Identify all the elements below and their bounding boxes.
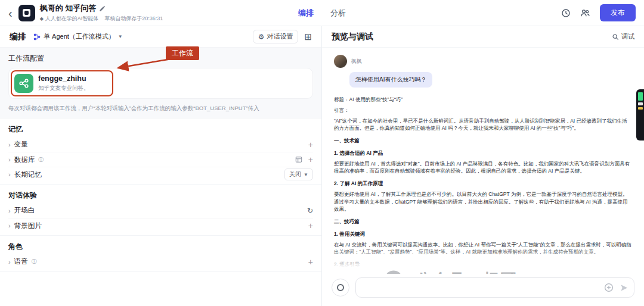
user-name: 枫枫 xyxy=(351,58,362,65)
ai-paragraph: 想要更好地使用 AI，首先得选对“对象”。目前市场上的 AI 产品琳琅满目，各有… xyxy=(334,160,632,176)
message-input-bar xyxy=(322,274,644,306)
database-table-icon[interactable] xyxy=(295,156,302,163)
chevron-down-icon: ▼ xyxy=(304,172,308,177)
workflow-note: 每次对话都会调用该工作流，用户“本轮对话输入”会作为工作流的输入参数“BOT_U… xyxy=(8,104,313,112)
workflow-config-section: 工作流配置 fengge_zhihu 知乎文案专业问答。 每次对话都会调用该工作… xyxy=(0,48,321,118)
user-message-header: 枫枫 xyxy=(334,55,632,68)
collaboration-icon[interactable] xyxy=(580,8,590,18)
app-window: ‹ 枫哥的 知乎问答 ◆ 人人都在学的AI智能体 草稿自动保存于20:36:31… xyxy=(0,0,644,306)
title-block: 枫哥的 知乎问答 ◆ 人人都在学的AI智能体 草稿自动保存于20:36:31 xyxy=(40,3,163,23)
ai-paragraph: 标题：AI 使用的那些“技”与“巧” xyxy=(334,96,632,104)
ai-paragraph: 1. 善用关键词 xyxy=(334,230,632,238)
workflow-section-title: 工作流配置 xyxy=(8,54,313,64)
gear-icon: ⚙ xyxy=(258,33,265,40)
send-icon[interactable] xyxy=(620,283,628,292)
info-icon[interactable]: ⓘ xyxy=(38,156,44,164)
workflow-card[interactable]: fengge_zhihu 知乎文案专业问答。 xyxy=(11,70,113,96)
clear-context-icon xyxy=(337,284,344,291)
section-role: 角色 › 语音 ⓘ + xyxy=(0,236,321,272)
ai-paragraph: 一、技术篇 xyxy=(334,137,632,145)
panel-title-orchestrate: 编排 xyxy=(10,32,26,42)
floating-mini-window[interactable] xyxy=(636,89,644,140)
agent-mode-selector[interactable]: 单 Agent（工作流模式） ▼ xyxy=(33,32,123,41)
row-variables[interactable]: › 变量 + xyxy=(8,137,313,152)
ai-paragraph: 在与 AI 交流时，善用关键词可以提高沟通效率。比如，你想让 AI 帮你写一篇关… xyxy=(334,241,632,257)
add-attachment-icon[interactable] xyxy=(604,283,614,292)
workflow-name: fengge_zhihu xyxy=(38,74,89,83)
mini-window-thumb-white xyxy=(638,102,643,105)
section-memory-title: 记忆 xyxy=(8,121,313,137)
layout-grid-icon[interactable]: ⊞ xyxy=(304,32,312,41)
chevron-right-icon: › xyxy=(8,156,11,163)
user-avatar xyxy=(334,55,347,68)
row-background-image-label: 背景图片 xyxy=(14,221,42,230)
long-term-memory-select[interactable]: 关闭 ▼ xyxy=(284,168,313,180)
preview-panel-header: 预览与调试 调试 xyxy=(322,26,644,48)
row-opening-label: 开场白 xyxy=(14,206,35,215)
chevron-right-icon: › xyxy=(8,258,11,266)
row-database[interactable]: › 数据库 ⓘ + xyxy=(8,152,313,167)
main-area: 编排 单 Agent（工作流模式） ▼ ⚙ 对话设置 ⊞ 工作流配置 xyxy=(0,26,644,306)
chevron-down-icon: ▼ xyxy=(118,34,123,39)
long-term-memory-value: 关闭 xyxy=(289,170,301,179)
tab-analyze[interactable]: 分析 xyxy=(330,8,346,18)
ai-paragraph: 二、技巧篇 xyxy=(334,218,632,226)
version-history-icon[interactable] xyxy=(561,8,571,18)
dialog-settings-button[interactable]: ⚙ 对话设置 xyxy=(253,30,299,43)
auto-generate-icon[interactable]: ↻ xyxy=(307,207,313,214)
message-input[interactable] xyxy=(355,277,634,298)
chevron-right-icon: › xyxy=(8,141,11,148)
ai-paragraph: 引言： xyxy=(334,107,632,114)
agent-mode-label: 单 Agent（工作流模式） xyxy=(44,32,115,41)
add-variable-button[interactable]: + xyxy=(308,140,313,149)
section-dialog-experience: 对话体验 › 开场白 ↻ › 背景图片 + xyxy=(0,185,321,236)
ai-paragraph: “AI”这个词，在如今的社会里，早已不是什么新鲜词汇。从语音助手到自动驾驶，从人… xyxy=(334,117,632,133)
top-bar: ‹ 枫哥的 知乎问答 ◆ 人人都在学的AI智能体 草稿自动保存于20:36:31… xyxy=(0,0,644,26)
info-icon[interactable]: ⓘ xyxy=(32,258,37,266)
section-dialog-experience-title: 对话体验 xyxy=(8,187,313,203)
back-icon[interactable]: ‹ xyxy=(8,7,13,19)
mini-window-thumb-green xyxy=(638,92,643,101)
workflow-desc: 知乎文案专业问答。 xyxy=(38,85,89,92)
chevron-right-icon: › xyxy=(8,222,11,229)
orchestration-panel-header: 编排 单 Agent（工作流模式） ▼ ⚙ 对话设置 ⊞ xyxy=(0,26,321,48)
workflow-row: fengge_zhihu 知乎文案专业问答。 xyxy=(8,68,313,99)
add-background-button[interactable]: + xyxy=(308,221,313,230)
clear-context-button[interactable] xyxy=(332,279,349,296)
badge: ◆ 人人都在学的AI智能体 xyxy=(40,15,99,23)
section-role-title: 角色 xyxy=(8,238,313,254)
user-message-bubble: 怎样使用AI有什么技巧吗？ xyxy=(349,72,432,88)
autosave-status: 草稿自动保存于20:36:31 xyxy=(104,15,163,23)
orchestration-panel: 编排 单 Agent（工作流模式） ▼ ⚙ 对话设置 ⊞ 工作流配置 xyxy=(0,26,322,306)
row-voice-label: 语音 xyxy=(14,257,28,266)
mini-window-thumb-yellow xyxy=(638,107,643,110)
bot-badge-icon: ◆ xyxy=(40,16,44,21)
ai-paragraph: 要想更好地使用 AI，了解其工作原理也是必不可少的。以目前大火的 ChatGPT… xyxy=(334,191,632,213)
app-logo-glyph xyxy=(23,9,30,17)
ai-paragraph: 1. 选择合适的 AI 产品 xyxy=(334,149,632,157)
edit-title-icon[interactable] xyxy=(99,5,106,12)
add-database-button[interactable]: + xyxy=(308,155,313,164)
chevron-right-icon: › xyxy=(8,171,11,178)
row-opening[interactable]: › 开场白 ↻ xyxy=(8,203,313,218)
row-long-term-memory[interactable]: › 长期记忆 关闭 ▼ xyxy=(8,167,313,182)
ai-response: 标题：AI 使用的那些“技”与“巧” 引言： “AI”这个词，在如今的社会里，早… xyxy=(334,96,632,274)
header-actions: 发布 xyxy=(561,4,636,21)
badge-label: 人人都在学的AI智能体 xyxy=(45,15,99,23)
debug-button[interactable]: 调试 xyxy=(621,32,634,41)
dialog-settings-label: 对话设置 xyxy=(267,32,293,41)
row-voice[interactable]: › 语音 ⓘ + xyxy=(8,254,313,269)
row-long-term-memory-label: 长期记忆 xyxy=(14,170,42,179)
chat-area: 枫枫 怎样使用AI有什么技巧吗？ 标题：AI 使用的那些“技”与“巧” 引言： … xyxy=(322,48,644,274)
tab-orchestrate[interactable]: 编排 xyxy=(298,8,314,18)
app-logo xyxy=(18,5,35,21)
ai-paragraph: 2. 逐步引导 xyxy=(334,261,632,268)
row-background-image[interactable]: › 背景图片 + xyxy=(8,218,313,233)
debug-icon xyxy=(612,33,619,40)
preview-panel: 预览与调试 调试 枫枫 怎样使用AI有什么技巧吗？ 标题：AI 使用的那些“技”… xyxy=(322,26,644,306)
annotation-workflow-label: 工作流 xyxy=(166,46,199,60)
publish-button[interactable]: 发布 xyxy=(600,4,636,21)
add-voice-button[interactable]: + xyxy=(308,258,313,266)
ai-paragraph: 2. 了解 AI 的工作原理 xyxy=(334,180,632,188)
app-title: 枫哥的 知乎问答 xyxy=(40,3,97,14)
